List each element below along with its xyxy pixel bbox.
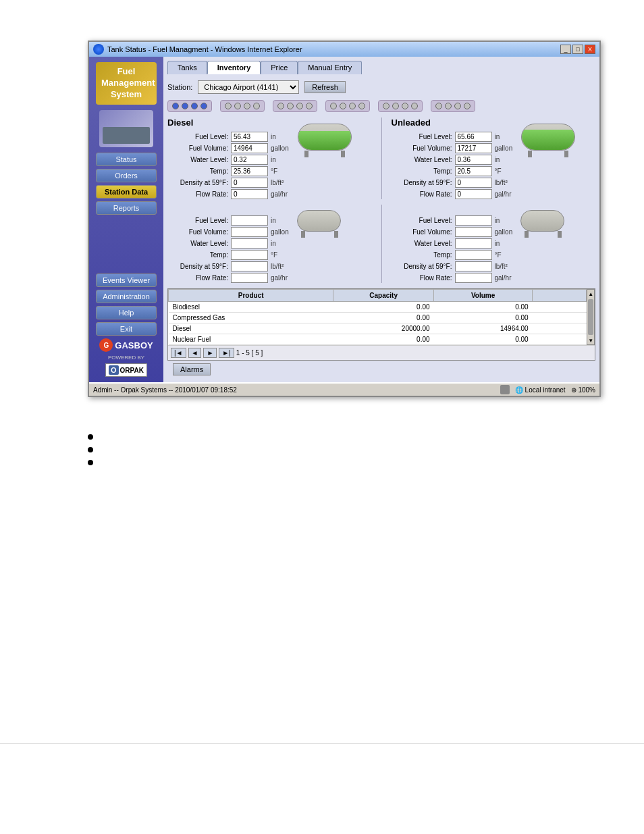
unit: in bbox=[271, 217, 276, 224]
cell-extra bbox=[533, 302, 587, 313]
tank1-fields: Diesel Fuel Level: in Fuel Volume: gallo… bbox=[167, 118, 289, 199]
tank4-visual bbox=[518, 207, 568, 238]
table-scrollbar[interactable]: ▲ ▼ bbox=[587, 289, 595, 345]
refresh-button[interactable]: Refresh bbox=[304, 81, 346, 93]
title-bar: Tank Status - Fuel Managment - Windows I… bbox=[89, 42, 599, 57]
label: Density at 59°F: bbox=[167, 263, 228, 270]
dot bbox=[454, 103, 461, 109]
tab-tanks[interactable]: Tanks bbox=[167, 61, 207, 74]
tank1-leg-right bbox=[341, 151, 345, 157]
tank3-temp-row: Temp: °F bbox=[167, 250, 289, 260]
alarms-button[interactable]: Alarms bbox=[173, 363, 211, 375]
tank2-fuel-volume-input[interactable] bbox=[455, 143, 492, 153]
tank3-fields: Fuel Level: in Fuel Volume: gallon Water… bbox=[167, 205, 289, 283]
main-window: Tank Status - Fuel Managment - Windows I… bbox=[88, 41, 601, 397]
tank2-fuel-level-input[interactable] bbox=[455, 132, 492, 142]
tank2-water-level-input[interactable] bbox=[455, 155, 492, 165]
sidebar-item-help[interactable]: Help bbox=[96, 306, 157, 319]
dot bbox=[244, 103, 250, 109]
tank3-density-input[interactable] bbox=[231, 261, 268, 271]
tank2-fuel-level-row: Fuel Level: in bbox=[392, 132, 513, 142]
sidebar-item-administration[interactable]: Administration bbox=[96, 290, 157, 303]
tank1-flow-input[interactable] bbox=[231, 189, 268, 199]
sidebar-item-station-data[interactable]: Station Data bbox=[96, 185, 157, 199]
tank1-fuel-level-input[interactable] bbox=[231, 132, 268, 142]
tank4-fuel-level-input[interactable] bbox=[455, 215, 492, 226]
minimize-button[interactable]: _ bbox=[560, 45, 571, 54]
station-label: Station: bbox=[167, 83, 192, 91]
page-prev-button[interactable]: ◄ bbox=[188, 348, 202, 358]
dot bbox=[200, 103, 207, 109]
sidebar-item-status[interactable]: Status bbox=[96, 153, 157, 166]
col-capacity: Capacity bbox=[333, 290, 434, 302]
scroll-down[interactable]: ▼ bbox=[587, 336, 594, 344]
label: Fuel Level: bbox=[167, 133, 228, 140]
dot bbox=[358, 103, 365, 109]
tank2-visual-wrap: Unleaded Fuel Level: in Fuel Volume: gal… bbox=[392, 118, 596, 199]
scroll-thumb[interactable] bbox=[588, 299, 593, 335]
sidebar-item-orders[interactable]: Orders bbox=[96, 169, 157, 182]
tank-dots-5 bbox=[378, 100, 423, 112]
scroll-up[interactable]: ▲ bbox=[587, 290, 594, 298]
tank4-fuel-level-row: Fuel Level: in bbox=[392, 215, 513, 226]
status-bar: Admin -- Orpak Systems -- 2010/01/07 09:… bbox=[89, 382, 599, 396]
close-button[interactable]: X bbox=[585, 45, 595, 54]
tab-price[interactable]: Price bbox=[261, 61, 298, 74]
unit: in bbox=[495, 240, 500, 247]
unit: gallon bbox=[495, 145, 513, 152]
page-last-button[interactable]: ►| bbox=[219, 348, 234, 358]
gasboy-logo: G GASBOY bbox=[99, 338, 153, 352]
tank-panel-3: Fuel Level: in Fuel Volume: gallon Water… bbox=[167, 205, 372, 283]
unit: in bbox=[495, 133, 500, 140]
sidebar-item-reports[interactable]: Reports bbox=[96, 201, 157, 215]
tank3-leg-right bbox=[334, 231, 338, 238]
station-select[interactable]: Chicago Airport (4141) bbox=[198, 80, 299, 94]
maximize-button[interactable]: □ bbox=[572, 45, 583, 54]
tank2-fuel-volume-row: Fuel Volume: gallon bbox=[392, 143, 513, 153]
bullet-item-3 bbox=[88, 458, 601, 465]
bullet-area bbox=[88, 432, 601, 471]
sidebar-item-events-viewer[interactable]: Events Viewer bbox=[96, 273, 157, 287]
tank1-water-level-input[interactable] bbox=[231, 155, 268, 165]
unit: gal/hr bbox=[271, 274, 288, 282]
sidebar-item-exit[interactable]: Exit bbox=[96, 322, 157, 336]
bullet-dot-3 bbox=[88, 460, 93, 465]
tank4-temp-input[interactable] bbox=[455, 250, 492, 260]
dot bbox=[435, 103, 442, 109]
tank2-temp-input[interactable] bbox=[455, 166, 492, 176]
tank3-fuel-volume-input[interactable] bbox=[231, 227, 268, 237]
dot bbox=[349, 103, 356, 109]
tank1-fuel-volume-input[interactable] bbox=[231, 143, 268, 153]
tank1-density-input[interactable] bbox=[231, 178, 268, 188]
table-row: Compressed Gas 0.00 0.00 bbox=[169, 313, 587, 323]
table-row: Biodiesel 0.00 0.00 bbox=[169, 302, 587, 313]
tank3-density-row: Density at 59°F: lb/ft² bbox=[167, 261, 289, 271]
tank1-visual-wrap: Diesel Fuel Level: in Fuel Volume: gallo… bbox=[167, 118, 372, 199]
dot bbox=[392, 103, 399, 109]
tank1-temp-input[interactable] bbox=[231, 166, 268, 176]
page-first-button[interactable]: |◄ bbox=[171, 348, 186, 358]
cell-volume: 14964.00 bbox=[434, 323, 533, 334]
tank3-water-level-input[interactable] bbox=[231, 238, 268, 249]
tank4-water-level-input[interactable] bbox=[455, 238, 492, 249]
title-bar-left: Tank Status - Fuel Managment - Windows I… bbox=[93, 44, 302, 55]
product-table: Product Capacity Volume bbox=[168, 289, 587, 345]
tank3-fuel-level-input[interactable] bbox=[231, 215, 268, 226]
tank2-flow-input[interactable] bbox=[455, 189, 492, 199]
tank4-flow-input[interactable] bbox=[455, 273, 492, 283]
label: Water Level: bbox=[392, 156, 452, 163]
unit: in bbox=[271, 133, 276, 140]
tank4-fuel-volume-input[interactable] bbox=[455, 227, 492, 237]
tank3-flow-input[interactable] bbox=[231, 273, 268, 283]
tank4-density-input[interactable] bbox=[455, 261, 492, 271]
unit: gallon bbox=[495, 228, 513, 236]
powered-by-label: POWERED BY bbox=[108, 355, 144, 361]
lock-icon bbox=[500, 385, 510, 394]
tank2-density-input[interactable] bbox=[455, 178, 492, 188]
dot bbox=[464, 103, 471, 109]
tab-inventory[interactable]: Inventory bbox=[207, 61, 261, 74]
label: Fuel Volume: bbox=[167, 145, 228, 152]
page-next-button[interactable]: ► bbox=[203, 348, 217, 358]
tab-manual-entry[interactable]: Manual Entry bbox=[298, 61, 362, 74]
tank3-temp-input[interactable] bbox=[231, 250, 268, 260]
